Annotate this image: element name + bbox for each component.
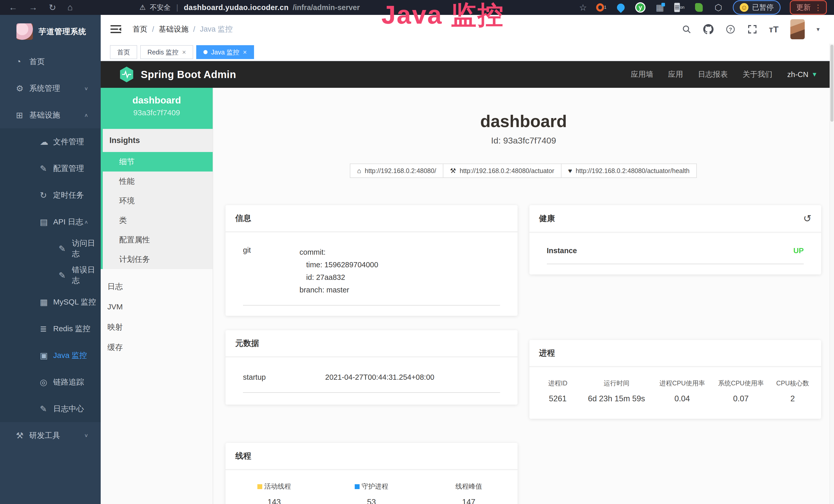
sidebar-item-cron-job[interactable]: ↻ 定时任务: [0, 182, 101, 208]
subnav-item-jvm[interactable]: JVM: [101, 297, 213, 317]
tab-label: Java 监控: [211, 48, 239, 56]
threads-card-title: 线程: [225, 443, 518, 469]
document-icon: ▤: [40, 217, 53, 227]
gauge-icon: ◔: [16, 57, 29, 67]
extension-leaf-icon[interactable]: [694, 2, 704, 13]
back-icon[interactable]: ←: [9, 2, 18, 13]
sidebar-item-system-manage[interactable]: ⚙ 系统管理 ∨: [0, 75, 101, 102]
security-label[interactable]: 不安全: [150, 3, 171, 12]
tab-home[interactable]: 首页: [110, 45, 137, 59]
sidebar-item-label: 系统管理: [29, 83, 60, 94]
tab-redis-monitor[interactable]: Redis 监控 ×: [140, 45, 193, 59]
tab-java-monitor[interactable]: Java 监控 ×: [196, 45, 254, 59]
instance-name: dashboard: [101, 95, 213, 106]
paused-badge[interactable]: ☺ 已暂停: [733, 0, 781, 15]
sidebar-item-file-manage[interactable]: ☁ 文件管理: [0, 129, 101, 155]
subnav-item-classes[interactable]: 类: [103, 210, 213, 230]
sba-nav-about[interactable]: 关于我们: [743, 69, 772, 79]
subnav-item-mappings[interactable]: 映射: [101, 317, 213, 337]
sidebar-item-mysql-monitor[interactable]: ▦ MySQL 监控: [0, 289, 101, 315]
app-logo-row[interactable]: 芋道管理系统: [0, 15, 101, 48]
history-clock-icon[interactable]: ↺: [803, 213, 811, 224]
fullscreen-icon[interactable]: [747, 24, 757, 34]
sidebar-item-label: 配置管理: [53, 163, 84, 174]
home-icon[interactable]: ⌂: [68, 2, 73, 13]
info-value: commit: time: 1596289704000 id: 27aa832 …: [300, 246, 378, 296]
threads-values: 143 53 147: [225, 498, 518, 504]
tabs-bar: 首页 Redis 监控 × Java 监控 ×: [101, 44, 834, 61]
cpu-cores: 2: [770, 394, 815, 403]
update-button[interactable]: 更新 ⋮: [790, 0, 827, 15]
subnav-item-caches[interactable]: 缓存: [101, 337, 213, 358]
heart-icon: ♥: [568, 167, 572, 175]
edit-icon: ✎: [59, 270, 72, 280]
sba-nav-applications[interactable]: 应用: [668, 69, 683, 79]
health-instance-row[interactable]: Instance UP: [547, 247, 804, 264]
scrollbar[interactable]: [830, 44, 834, 504]
sidebar-item-api-log[interactable]: ▤ API 日志 ∧: [0, 208, 101, 235]
extension-list-icon[interactable]: ≡on: [674, 2, 684, 13]
eye-icon: ◎: [40, 377, 53, 387]
subnav-item-logs[interactable]: 日志: [101, 276, 213, 297]
menu-dots-icon[interactable]: ⋮: [814, 3, 822, 12]
chevron-up-icon: ∧: [84, 112, 88, 118]
font-size-icon[interactable]: тT: [769, 24, 778, 35]
forward-icon[interactable]: →: [29, 2, 38, 13]
chevron-down-icon: ▼: [811, 71, 817, 78]
avatar[interactable]: [790, 19, 805, 39]
emoji-face-icon: ☺: [740, 3, 748, 12]
health-url-button[interactable]: ♥ http://192.168.0.2:48080/actuator/heal…: [561, 164, 697, 178]
sba-brand[interactable]: Spring Boot Admin: [119, 66, 236, 83]
history-icon: ↻: [40, 190, 53, 200]
breadcrumb-infrastructure[interactable]: 基础设施: [159, 24, 189, 35]
extension-y-icon[interactable]: y: [635, 2, 645, 13]
sidebar-item-label: Redis 监控: [53, 323, 90, 334]
address-bar[interactable]: ⚠ 不安全 | dashboard.yudao.iocoder.cn/infra…: [139, 3, 360, 12]
sidebar-item-trace[interactable]: ◎ 链路追踪: [0, 369, 101, 395]
sidebar-item-label: MySQL 监控: [53, 297, 96, 307]
extensions-puzzle-icon[interactable]: ⬡: [713, 2, 724, 13]
reload-icon[interactable]: ↻: [49, 2, 56, 13]
process-card: 进程 进程ID 运行时间 进程CPU使用率 系统CPU使用率 CPU核心数 52…: [529, 340, 821, 419]
subnav-item-details[interactable]: 细节: [101, 152, 213, 171]
warning-icon: ⚠: [139, 3, 146, 12]
extension-colorzilla-icon[interactable]: 1: [596, 2, 607, 13]
sidebar-item-log-center[interactable]: ✎ 日志中心: [0, 395, 101, 422]
sidebar-item-home[interactable]: ◔ 首页: [0, 48, 101, 75]
subnav-item-metrics[interactable]: 性能: [103, 171, 213, 191]
sidebar-item-config-manage[interactable]: ✎ 配置管理: [0, 155, 101, 182]
bookmark-star-icon[interactable]: ☆: [579, 2, 587, 13]
subnav-item-config-props[interactable]: 配置属性: [103, 230, 213, 250]
breadcrumb: 首页 / 基础设施 / Java 监控: [133, 24, 233, 35]
monitor-icon: ⊞: [16, 110, 29, 120]
close-icon[interactable]: ×: [243, 48, 247, 56]
svg-text:?: ?: [729, 27, 732, 32]
extension-grid-icon[interactable]: ▦: [655, 2, 665, 13]
process-card-title: 进程: [529, 340, 821, 367]
process-cpu: 0.04: [653, 394, 712, 403]
close-icon[interactable]: ×: [182, 48, 186, 56]
sba-locale-select[interactable]: zh-CN ▼: [787, 70, 817, 79]
subnav-item-environment[interactable]: 环境: [103, 191, 213, 210]
search-icon[interactable]: [682, 24, 692, 34]
hamburger-icon[interactable]: [110, 25, 121, 34]
breadcrumb-home[interactable]: 首页: [133, 24, 148, 35]
github-icon[interactable]: [703, 24, 714, 35]
sidebar-item-access-log[interactable]: ✎ 访问日志: [0, 235, 101, 262]
sidebar-item-redis-monitor[interactable]: ≣ Redis 监控: [0, 315, 101, 342]
service-url-button[interactable]: ⌂ http://192.168.0.2:48080/: [350, 164, 443, 178]
sidebar-item-java-monitor[interactable]: ▣ Java 监控: [0, 342, 101, 369]
sidebar-item-error-log[interactable]: ✎ 错误日志: [0, 262, 101, 289]
sba-nav-journal[interactable]: 日志报表: [698, 69, 728, 79]
sba-nav-wallboard[interactable]: 应用墙: [631, 69, 653, 79]
instance-header[interactable]: dashboard 93a3fc7f7409: [101, 88, 213, 129]
sidebar-item-infrastructure[interactable]: ⊞ 基础设施 ∧: [0, 102, 101, 129]
info-card-title: 信息: [225, 205, 518, 232]
caret-down-icon[interactable]: ▾: [816, 26, 820, 33]
subnav-item-scheduled-tasks[interactable]: 计划任务: [103, 250, 213, 269]
extension-pin-icon[interactable]: [616, 2, 626, 13]
actuator-url-button[interactable]: ⚒ http://192.168.0.2:48080/actuator: [443, 164, 562, 178]
help-icon[interactable]: ?: [725, 24, 736, 35]
scrollbar-thumb[interactable]: [830, 45, 833, 122]
sidebar-item-dev-tools[interactable]: ⚒ 研发工具 ∨: [0, 422, 101, 449]
